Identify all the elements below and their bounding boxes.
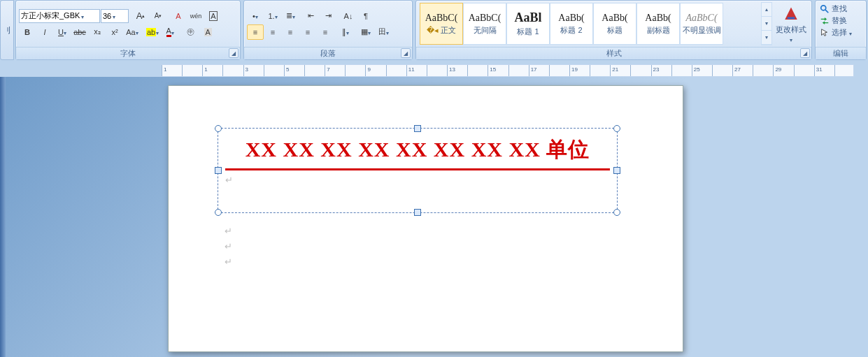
font-name-combo[interactable]: 方正小标宋_GBK: [19, 9, 100, 23]
highlight-button[interactable]: ab: [144, 24, 161, 40]
ruler-tick: 11: [406, 65, 407, 76]
style-label: �◂ 正文: [427, 25, 456, 36]
circled-char-button[interactable]: ㊥: [182, 24, 199, 40]
gallery-down-icon[interactable]: ▾: [762, 17, 771, 31]
find-icon: [820, 4, 830, 14]
gallery-up-icon[interactable]: ▴: [762, 3, 771, 17]
ruler-tick: 29: [773, 65, 774, 76]
gallery-scroll[interactable]: ▴ ▾ ▾: [761, 2, 772, 45]
multilevel-button[interactable]: ≣: [282, 8, 299, 24]
subscript-button[interactable]: x₂: [89, 24, 106, 40]
horizontal-ruler[interactable]: 1135791113151719212325272931: [161, 64, 854, 77]
chevron-down-icon: [113, 12, 115, 20]
style-item-0[interactable]: AaBbC(�◂ 正文: [420, 3, 463, 45]
document-area: XX XX XX XX XX XX XX XX 单位 ↵ ↵ ↵ ↵: [0, 77, 868, 357]
style-label: 无间隔: [474, 25, 497, 36]
style-item-1[interactable]: AaBbC(无间隔: [463, 3, 506, 45]
align-right-button[interactable]: ≡: [282, 24, 299, 40]
group-paragraph-title: 段落: [244, 47, 412, 59]
resize-handle-r[interactable]: [613, 167, 620, 174]
ruler-tick: 3: [243, 65, 244, 76]
resize-handle-bl[interactable]: [215, 209, 222, 216]
select-button[interactable]: 选择: [820, 27, 858, 38]
increase-indent-button[interactable]: ⇥: [320, 8, 336, 24]
style-item-3[interactable]: AaBb(标题 2: [550, 3, 593, 45]
font-dialog-launcher[interactable]: ◢: [229, 48, 239, 58]
resize-handle-tl[interactable]: [215, 125, 222, 132]
style-item-6[interactable]: AaBbC(不明显强调: [680, 3, 723, 45]
font-size-combo[interactable]: 36: [101, 9, 129, 23]
ruler-tick: 7: [325, 65, 325, 76]
styles-dialog-launcher[interactable]: ◢: [800, 48, 810, 58]
align-justify-button[interactable]: ≡: [299, 24, 316, 40]
style-item-5[interactable]: AaBb(副标题: [636, 3, 680, 45]
sort-button[interactable]: A↓: [340, 8, 357, 24]
char-border-button[interactable]: A: [205, 8, 222, 24]
char-shading-button[interactable]: A: [199, 24, 216, 40]
ruler-tick: [753, 65, 753, 76]
ruler-tick: [794, 65, 795, 76]
ruler-tick: 23: [651, 65, 652, 76]
textbox-selection[interactable]: XX XX XX XX XX XX XX XX 单位 ↵: [218, 128, 618, 213]
style-item-2[interactable]: AaBl标题 1: [506, 3, 550, 45]
bullets-button[interactable]: •: [247, 8, 264, 24]
style-label: 标题 2: [560, 25, 582, 36]
resize-handle-t[interactable]: [414, 125, 421, 132]
ruler-tick: 17: [529, 65, 529, 76]
chevron-down-icon: [790, 35, 792, 43]
ruler-tick: [834, 65, 835, 76]
ruler-tick: [671, 65, 672, 76]
change-case-button[interactable]: Aa: [124, 24, 141, 40]
numbering-button[interactable]: 1.: [264, 8, 281, 24]
resize-handle-br[interactable]: [613, 209, 620, 216]
chevron-down-icon: [171, 28, 174, 36]
show-marks-button[interactable]: ¶: [357, 8, 374, 24]
textbox-content[interactable]: XX XX XX XX XX XX XX XX 单位 ↵: [225, 136, 610, 186]
svg-rect-0: [788, 17, 795, 19]
shading-button[interactable]: ▦: [357, 24, 374, 40]
page[interactable]: XX XX XX XX XX XX XX XX 单位 ↵ ↵ ↵ ↵: [168, 85, 683, 352]
style-label: 标题: [607, 25, 622, 36]
ruler-tick: 5: [284, 65, 285, 76]
change-styles-button[interactable]: 更改样式: [774, 2, 809, 45]
shrink-font-button[interactable]: A▾: [150, 8, 166, 24]
grow-font-button[interactable]: A▴: [132, 8, 149, 24]
align-center-button[interactable]: ≡: [264, 24, 281, 40]
style-item-4[interactable]: AaBb(标题: [593, 3, 636, 45]
phonetic-button[interactable]: wén: [187, 8, 204, 24]
style-sample: AaBbC(: [685, 13, 717, 24]
strike-button[interactable]: abc: [71, 24, 88, 40]
ruler-tick: 1: [202, 65, 203, 76]
replace-icon: [820, 16, 830, 26]
ruler-tick: [386, 65, 387, 76]
replace-button[interactable]: 替换: [820, 15, 858, 26]
align-left-button[interactable]: ≡: [247, 24, 264, 40]
resize-handle-b[interactable]: [414, 209, 421, 216]
style-label: 不明显强调: [683, 25, 721, 36]
ruler-tick: [508, 65, 509, 76]
clipboard-stub[interactable]: 刂: [0, 0, 14, 60]
resize-handle-tr[interactable]: [613, 125, 620, 132]
resize-handle-l[interactable]: [215, 167, 222, 174]
find-button[interactable]: 查找: [820, 3, 858, 14]
clear-format-button[interactable]: A: [170, 8, 187, 24]
line-spacing-button[interactable]: ‖: [337, 24, 354, 40]
italic-button[interactable]: I: [36, 24, 53, 40]
group-font-title: 字体: [16, 47, 240, 59]
chevron-down-icon: [81, 12, 84, 20]
underline-button[interactable]: U: [54, 24, 71, 40]
align-distribute-button[interactable]: ≡: [317, 24, 334, 40]
bold-button[interactable]: B: [19, 24, 36, 40]
ruler-tick: 19: [569, 65, 570, 76]
decrease-indent-button[interactable]: ⇤: [302, 8, 319, 24]
gallery-more-icon[interactable]: ▾: [762, 31, 771, 45]
ruler-tick: [549, 65, 550, 76]
ruler-tick: [304, 65, 305, 76]
headline-text[interactable]: XX XX XX XX XX XX XX XX 单位: [225, 136, 610, 164]
superscript-button[interactable]: x²: [106, 24, 123, 40]
font-color-button[interactable]: A: [162, 24, 178, 40]
borders-button[interactable]: 田: [375, 24, 392, 40]
paragraph-dialog-launcher[interactable]: ◢: [401, 48, 411, 58]
styles-gallery[interactable]: AaBbC(�◂ 正文AaBbC(无间隔AaBl标题 1AaBb(标题 2AaB…: [419, 2, 760, 45]
group-editing-title: 编辑: [816, 47, 866, 59]
